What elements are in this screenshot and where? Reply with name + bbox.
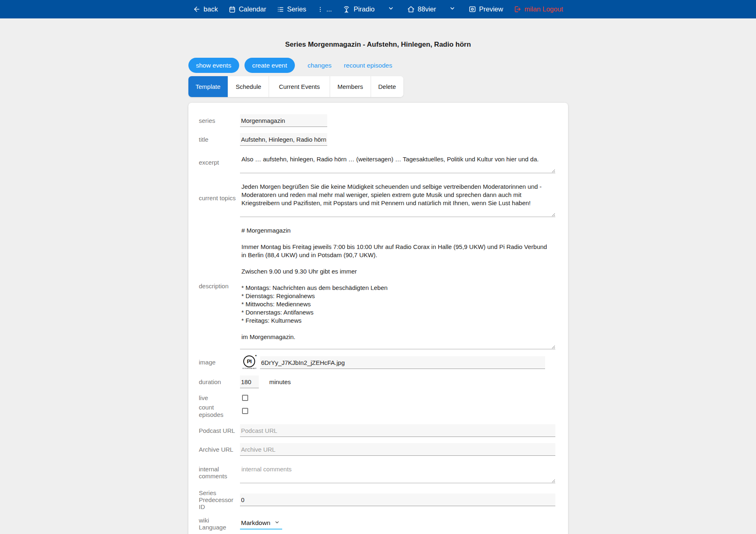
main-content: Series Morgenmagazin - Aufstehn, Hinlege… <box>188 41 568 534</box>
nav-series[interactable]: Series <box>277 5 306 13</box>
form-row-live: live <box>199 394 555 401</box>
nav-calendar[interactable]: Calendar <box>229 5 266 13</box>
nav-more-label: ... <box>326 5 332 13</box>
nav-back-label: back <box>204 5 218 13</box>
form-row-excerpt: excerpt Also … aufstehn, hinlegen, Radio… <box>199 152 555 173</box>
series-predecessor-id-input[interactable] <box>240 493 555 506</box>
form-row-title: title <box>199 133 555 146</box>
wiki-language-select[interactable]: Markdown <box>240 518 283 529</box>
internal-comments-textarea[interactable] <box>240 462 555 483</box>
arrow-left-icon <box>193 5 201 13</box>
podcast-url-label: Podcast URL <box>199 427 240 434</box>
tab-bar: Template Schedule Current Events Members… <box>188 76 403 97</box>
calendar-icon <box>229 6 236 13</box>
title-label: title <box>199 136 240 143</box>
logout-icon <box>514 5 521 13</box>
series-label: series <box>199 117 240 124</box>
wiki-language-selected-value: Markdown <box>241 519 271 527</box>
tab-members[interactable]: Members <box>330 76 371 97</box>
live-label: live <box>199 394 240 401</box>
nav-series-label: Series <box>287 5 306 13</box>
page-title: Series Morgenmagazin - Aufstehn, Hinlege… <box>188 41 568 49</box>
series-input[interactable] <box>240 114 327 127</box>
changes-link[interactable]: changes <box>308 62 332 69</box>
description-label: description <box>199 283 240 290</box>
form-row-series-predecessor-id: Series Predecessor ID <box>199 489 555 511</box>
form-row-description: description # Morgenmagazin Immer Montag… <box>199 223 555 349</box>
archive-url-input[interactable] <box>240 443 555 456</box>
form-row-podcast-url: Podcast URL <box>199 424 555 437</box>
form-row-duration: duration minutes <box>199 376 555 388</box>
excerpt-label: excerpt <box>199 159 240 166</box>
nav-more[interactable]: ... <box>317 5 332 13</box>
nav-preview-label: Preview <box>479 5 503 13</box>
preview-icon <box>469 5 476 13</box>
dots-vertical-icon <box>317 6 324 13</box>
series-logo-image: PI ❝ MORGENMAGAZIN <box>242 355 256 369</box>
form-row-internal-comments: internal comments <box>199 462 555 483</box>
nav-preview[interactable]: Preview <box>469 5 503 13</box>
pi-logo-caption: MORGENMAGAZIN <box>242 367 256 369</box>
home-icon <box>407 5 415 13</box>
archive-url-label: Archive URL <box>199 446 240 453</box>
duration-unit-label: minutes <box>269 378 291 385</box>
form-row-count-episodes: count episodes <box>199 404 555 418</box>
nav-station-88vier[interactable]: 88vier <box>407 5 436 13</box>
description-textarea[interactable]: # Morgenmagazin Immer Montag bis Freitag… <box>240 223 555 349</box>
duration-label: duration <box>199 378 240 385</box>
tab-delete[interactable]: Delete <box>371 76 403 97</box>
internal-comments-label: internal comments <box>199 466 240 480</box>
wiki-language-label: wiki Language <box>199 517 240 531</box>
podcast-url-input[interactable] <box>240 424 555 437</box>
form-row-current-topics: current topics Jeden Morgen begrüßen Sie… <box>199 179 555 217</box>
form-row-series: series <box>199 114 555 127</box>
create-event-button[interactable]: create event <box>244 58 295 73</box>
count-episodes-checkbox[interactable] <box>242 408 248 414</box>
antenna-icon <box>342 5 351 14</box>
form-row-image: image PI ❝ MORGENMAGAZIN <box>199 355 555 369</box>
nav-logout-label: milan Logout <box>524 5 563 13</box>
nav-logout[interactable]: milan Logout <box>514 5 563 13</box>
current-topics-label: current topics <box>199 195 240 201</box>
recount-episodes-link[interactable]: recount episodes <box>344 62 392 69</box>
live-checkbox[interactable] <box>242 395 248 401</box>
tab-template[interactable]: Template <box>188 76 229 97</box>
form-row-archive-url: Archive URL <box>199 443 555 456</box>
nav-piradio-label: Piradio <box>353 5 374 13</box>
show-events-button[interactable]: show events <box>188 58 239 73</box>
count-episodes-label: count episodes <box>199 404 240 418</box>
nav-station-label: 88vier <box>418 5 436 13</box>
series-actions: show events create event changes recount… <box>188 58 568 73</box>
template-form-card: series title excerpt Also … aufstehn, hi… <box>188 103 568 534</box>
image-label: image <box>199 359 240 366</box>
image-filename-input[interactable] <box>260 356 545 369</box>
top-navbar: back Calendar Series ... Piradio 88vier <box>0 0 756 18</box>
chevron-down-icon[interactable] <box>449 5 455 13</box>
list-icon <box>277 6 284 13</box>
tab-current-events[interactable]: Current Events <box>269 76 330 97</box>
pi-logo-icon: PI ❝ <box>243 355 255 367</box>
duration-input[interactable] <box>240 376 259 388</box>
nav-back[interactable]: back <box>193 5 218 13</box>
nav-piradio[interactable]: Piradio <box>342 5 374 14</box>
tab-schedule[interactable]: Schedule <box>228 76 269 97</box>
current-topics-textarea[interactable]: Jeden Morgen begrüßen Sie die keine Müdi… <box>240 179 555 217</box>
excerpt-textarea[interactable]: Also … aufstehn, hinlegen, Radio hörn … … <box>240 152 555 173</box>
nav-calendar-label: Calendar <box>239 5 266 13</box>
chevron-down-icon[interactable] <box>388 5 394 13</box>
form-row-wiki-language: wiki Language Markdown <box>199 517 555 531</box>
chevron-down-icon <box>274 519 280 527</box>
series-predecessor-id-label: Series Predecessor ID <box>199 489 240 511</box>
title-input[interactable] <box>240 133 327 146</box>
